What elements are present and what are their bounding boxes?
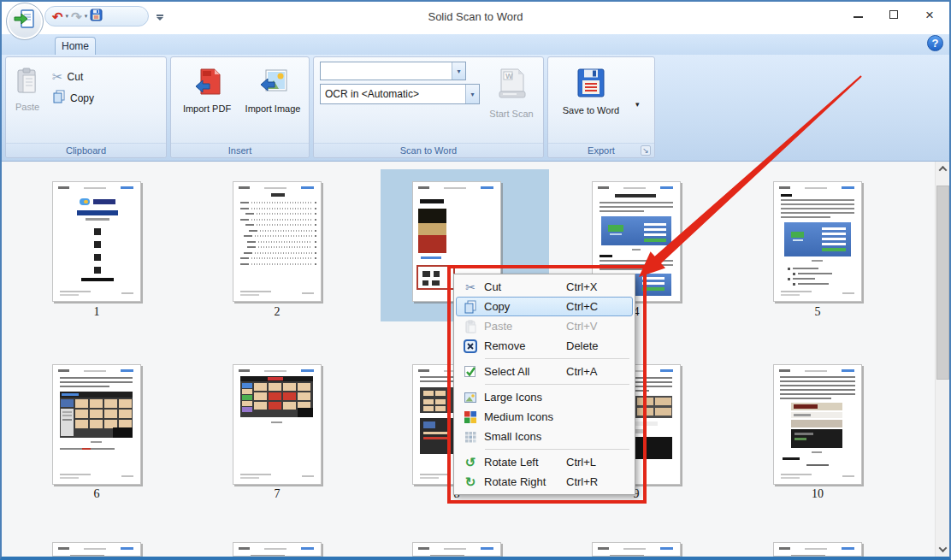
- select-all-icon: [457, 365, 484, 379]
- app-logo-icon: [14, 9, 36, 34]
- menu-item-medium-icons[interactable]: Medium Icons: [456, 407, 633, 427]
- page-thumbnail-partial[interactable]: [412, 542, 501, 557]
- large-icons-icon: [457, 391, 484, 404]
- ribbon-tab-row: [2, 34, 949, 55]
- chevron-down-icon: [939, 544, 948, 552]
- ribbon-group-scan: ▾ OCR in <Automatic> ▾ W Start: [313, 56, 544, 158]
- copy-icon: [52, 90, 66, 106]
- menu-item-label: Paste: [484, 320, 566, 333]
- import-pdf-label: Import PDF: [183, 103, 231, 114]
- menu-item-label: Rotate Right: [484, 475, 566, 488]
- cut-icon: ✂: [52, 69, 63, 85]
- minimize-button[interactable]: [840, 2, 876, 27]
- menu-item-small-icons[interactable]: Small Icons: [456, 427, 633, 446]
- paste-button: Paste: [8, 59, 47, 112]
- menu-item-shortcut: Ctrl+R: [566, 475, 632, 488]
- page-thumbnail-partial[interactable]: [233, 542, 322, 557]
- group-label-clipboard: Clipboard: [6, 143, 166, 157]
- application-menu-button[interactable]: [6, 3, 44, 40]
- window-title: Solid Scan to Word: [2, 10, 949, 23]
- menu-item-label: Cut: [484, 280, 566, 293]
- start-scan-label: Start Scan: [489, 109, 533, 119]
- group-label-insert: Insert: [171, 143, 309, 157]
- menu-item-shortcut: Ctrl+V: [566, 320, 632, 333]
- menu-item-cut[interactable]: ✂CutCtrl+X: [456, 277, 633, 297]
- copy-button[interactable]: Copy: [52, 90, 94, 106]
- menu-item-rotate-right[interactable]: ↻Rotate RightCtrl+R: [456, 472, 633, 492]
- scanner-combo-arrow-icon[interactable]: ▾: [452, 62, 465, 80]
- ribbon-group-clipboard: Paste ✂ Cut Copy Clipboard: [5, 56, 167, 158]
- start-scan-button: W Start Scan: [483, 59, 540, 119]
- save-to-word-icon: [576, 68, 606, 102]
- ribbon-group-export: Save to Word ▾ Export ↘: [547, 56, 655, 158]
- import-image-label: Import Image: [245, 103, 301, 114]
- save-to-word-label: Save to Word: [563, 105, 619, 115]
- menu-item-label: Select All: [484, 365, 566, 378]
- paste-icon: [457, 320, 484, 333]
- menu-item-label: Copy: [484, 300, 566, 313]
- rotate-right-icon: ↻: [457, 475, 484, 490]
- copy-label: Copy: [70, 92, 94, 104]
- menu-item-shortcut: Ctrl+X: [566, 280, 632, 293]
- page-thumbnail-10[interactable]: [773, 364, 862, 485]
- copy-icon: [457, 300, 484, 314]
- tab-home-label: Home: [62, 40, 89, 52]
- import-image-button[interactable]: Import Image: [239, 59, 306, 114]
- export-dialog-launcher-icon[interactable]: ↘: [641, 145, 651, 156]
- menu-item-label: Rotate Left: [484, 456, 566, 469]
- menu-separator: [485, 358, 629, 359]
- import-image-icon: [258, 68, 287, 100]
- menu-item-large-icons[interactable]: Large Icons: [456, 387, 633, 407]
- page-thumbnail-partial[interactable]: [52, 542, 141, 557]
- titlebar: ↶ ▾ ↷ ▾ Solid Scan to Word ×: [2, 2, 949, 34]
- group-label-export: Export: [548, 143, 654, 157]
- menu-item-label: Remove: [484, 339, 566, 352]
- window-controls: ×: [840, 2, 948, 27]
- start-scan-icon: W: [494, 68, 529, 105]
- page-thumbnail-2[interactable]: [233, 181, 322, 302]
- menu-item-rotate-left[interactable]: ↺Rotate LeftCtrl+L: [456, 452, 633, 472]
- small-icons-icon: [457, 430, 484, 444]
- help-icon: ?: [932, 37, 939, 50]
- ribbon: Paste ✂ Cut Copy Clipboard: [2, 55, 949, 162]
- context-menu: ✂CutCtrl+XCopyCtrl+CPasteCtrl+VRemoveDel…: [453, 274, 635, 495]
- page-number-label: 5: [773, 305, 862, 319]
- page-thumbnail-6[interactable]: [52, 364, 141, 485]
- menu-item-select-all[interactable]: Select AllCtrl+A: [456, 362, 633, 381]
- scanner-select-combo[interactable]: ▾: [320, 62, 466, 80]
- page-thumbnail-7[interactable]: [233, 364, 322, 485]
- page-number-label: 10: [773, 487, 862, 501]
- paste-icon: [15, 68, 39, 98]
- ocr-language-combo[interactable]: OCR in <Automatic> ▾: [320, 84, 480, 104]
- save-to-word-button[interactable]: Save to Word: [553, 59, 629, 115]
- rotate-left-icon: ↺: [457, 455, 484, 470]
- page-number-label: 6: [52, 487, 141, 501]
- cut-button[interactable]: ✂ Cut: [52, 69, 83, 85]
- menu-item-paste: PasteCtrl+V: [456, 316, 633, 336]
- page-thumbnail-partial[interactable]: [773, 542, 862, 557]
- page-number-label: 1: [52, 305, 141, 319]
- menu-item-label: Medium Icons: [484, 410, 566, 423]
- vertical-scrollbar[interactable]: [935, 162, 949, 557]
- scroll-down-button[interactable]: [936, 542, 950, 557]
- page-thumbnail-5[interactable]: [773, 181, 862, 302]
- page-number-label: 7: [233, 487, 322, 501]
- menu-item-remove[interactable]: RemoveDelete: [456, 336, 633, 356]
- tab-home[interactable]: Home: [55, 37, 96, 55]
- maximize-button[interactable]: [876, 2, 912, 27]
- close-button[interactable]: ×: [912, 2, 948, 27]
- page-thumbnail-partial[interactable]: [592, 542, 681, 557]
- menu-item-shortcut: Delete: [566, 339, 632, 352]
- help-button[interactable]: ?: [927, 35, 943, 51]
- page-thumbnail-1[interactable]: [52, 181, 141, 302]
- app-window: ↶ ▾ ↷ ▾ Solid Scan to Word ×: [0, 0, 951, 560]
- scroll-up-button[interactable]: [936, 162, 950, 176]
- medium-icons-icon: [457, 410, 484, 424]
- save-to-word-dropdown-icon[interactable]: ▾: [635, 100, 640, 109]
- menu-item-label: Small Icons: [484, 430, 566, 443]
- svg-text:W: W: [505, 72, 513, 80]
- menu-item-copy[interactable]: CopyCtrl+C: [456, 297, 633, 316]
- ocr-combo-arrow-icon[interactable]: ▾: [465, 85, 479, 103]
- scrollbar-thumb[interactable]: [936, 186, 949, 380]
- import-pdf-button[interactable]: Import PDF: [176, 59, 238, 114]
